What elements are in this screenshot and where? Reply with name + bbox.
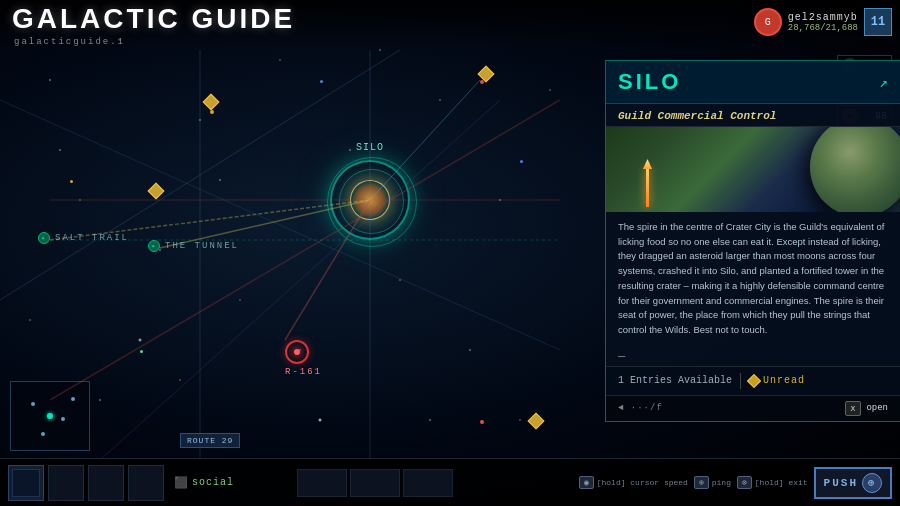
route-label-text: ROUTE 29 xyxy=(187,436,233,445)
panel-header: SILO ↗ xyxy=(606,61,900,104)
tunnel-icon: ✦ xyxy=(148,240,160,252)
social-icon: ⬛ xyxy=(174,476,188,489)
center-slot-3[interactable] xyxy=(403,469,453,497)
hud-thumb-inner xyxy=(12,469,40,497)
poi-dot xyxy=(70,180,73,183)
map-node-diamond[interactable] xyxy=(205,96,217,108)
footer-divider xyxy=(740,373,741,389)
center-slot-2[interactable] xyxy=(350,469,400,497)
user-avatar: G xyxy=(754,8,782,36)
push-label: PUSH xyxy=(824,477,858,489)
ctrl-key-1: ⊕ xyxy=(694,476,709,489)
panel-title: SILO xyxy=(618,69,681,95)
username-display: gel2sammyb xyxy=(788,12,858,23)
hud-social[interactable]: ⬛ social xyxy=(174,476,234,489)
bottom-hud: ⬛ social ◉ [hold] cursor speed ⊕ ping ⊗ … xyxy=(0,458,900,506)
unread-diamond-icon xyxy=(747,374,761,388)
social-text: social xyxy=(192,477,234,488)
salt-trail-label: SALT TRAIL xyxy=(55,233,129,243)
minimap-dot xyxy=(61,417,65,421)
ctrl-hint-1: ⊕ ping xyxy=(694,476,731,489)
panel-description: The spire in the centre of Crater City i… xyxy=(618,220,888,338)
hud-left: ⬛ social xyxy=(8,465,234,501)
r161-dot xyxy=(294,349,300,355)
user-hud: G gel2sammyb 28,768/21,688 11 xyxy=(754,8,892,36)
ctrl-hint-0: ◉ [hold] cursor speed xyxy=(579,476,688,489)
minimap-dot xyxy=(41,432,45,436)
tunnel-label: THE TUNNEL xyxy=(165,241,239,251)
open-action[interactable]: X open xyxy=(845,401,888,416)
center-slot-1[interactable] xyxy=(297,469,347,497)
nav-left[interactable]: ◄ ···/f xyxy=(618,403,663,413)
panel-footer: 1 Entries Available Unread xyxy=(606,366,900,395)
level-badge: 11 xyxy=(864,8,892,36)
entries-count: 1 Entries Available xyxy=(618,375,732,386)
poi-dot xyxy=(320,80,323,83)
info-panel: SILO ↗ Guild Commercial Control The spir… xyxy=(605,60,900,422)
map-node-diamond[interactable] xyxy=(150,185,162,197)
silo-system[interactable]: SILO xyxy=(330,160,410,240)
map-node-diamond[interactable] xyxy=(530,415,542,427)
hud-right-controls: ◉ [hold] cursor speed ⊕ ping ⊗ [hold] ex… xyxy=(579,467,892,499)
poi-dot xyxy=(480,420,484,424)
r161-label: R-161 xyxy=(285,367,322,377)
ctrl-key-0: ◉ xyxy=(579,476,594,489)
salt-trail-node[interactable]: ✦ SALT TRAIL xyxy=(38,232,129,244)
r161-circle xyxy=(285,340,309,364)
r161-system[interactable]: R-161 xyxy=(285,340,322,377)
game-subtitle: galacticguide.1 xyxy=(14,37,295,47)
silo-ring-mid xyxy=(339,169,404,234)
planet-illustration xyxy=(810,127,900,212)
silo-glow xyxy=(330,160,410,240)
the-tunnel-node[interactable]: ✦ THE TUNNEL xyxy=(148,240,239,252)
hud-slot-1[interactable] xyxy=(48,465,84,501)
minimap-dot xyxy=(31,402,35,406)
ctrl-text-1: ping xyxy=(712,478,731,487)
poi-dot xyxy=(520,160,523,163)
poi-dot xyxy=(140,350,143,353)
panel-expand-icon[interactable]: ↗ xyxy=(880,74,888,91)
ctrl-key-2: ⊗ xyxy=(737,476,752,489)
minimap-center xyxy=(47,413,53,419)
ctrl-hint-2: ⊗ [hold] exit xyxy=(737,476,808,489)
silo-system-label: SILO xyxy=(356,142,384,153)
map-node-diamond[interactable] xyxy=(480,68,492,80)
game-title: GALACTIC GUIDE xyxy=(12,3,295,35)
spire-illustration xyxy=(646,167,649,207)
minimap-inner xyxy=(11,382,89,450)
route-label: ROUTE 29 xyxy=(180,433,240,448)
panel-subtitle: Guild Commercial Control xyxy=(606,104,900,127)
push-button[interactable]: PUSH ⊕ xyxy=(814,467,892,499)
unread-badge: Unread xyxy=(749,375,805,386)
credits-display: 28,768/21,688 xyxy=(788,23,858,33)
panel-actions: ◄ ···/f X open xyxy=(606,395,900,421)
hud-center-slots xyxy=(297,469,453,497)
hud-thumbnail[interactable] xyxy=(8,465,44,501)
minimap[interactable] xyxy=(10,381,90,451)
salt-trail-icon: ✦ xyxy=(38,232,50,244)
minimap-dot xyxy=(71,397,75,401)
panel-body: The spire in the centre of Crater City i… xyxy=(606,212,900,346)
unread-text: Unread xyxy=(763,375,805,386)
open-action-text: open xyxy=(866,403,888,413)
push-icon: ⊕ xyxy=(862,473,882,493)
panel-dash: — xyxy=(606,346,900,366)
panel-image-bg xyxy=(606,127,900,212)
panel-image xyxy=(606,127,900,212)
hud-slot-3[interactable] xyxy=(128,465,164,501)
avatar-letter: G xyxy=(765,17,771,28)
hud-slot-2[interactable] xyxy=(88,465,124,501)
ctrl-text-0: [hold] cursor speed xyxy=(597,478,688,487)
ctrl-text-2: [hold] exit xyxy=(755,478,808,487)
open-key-btn[interactable]: X xyxy=(845,401,862,416)
